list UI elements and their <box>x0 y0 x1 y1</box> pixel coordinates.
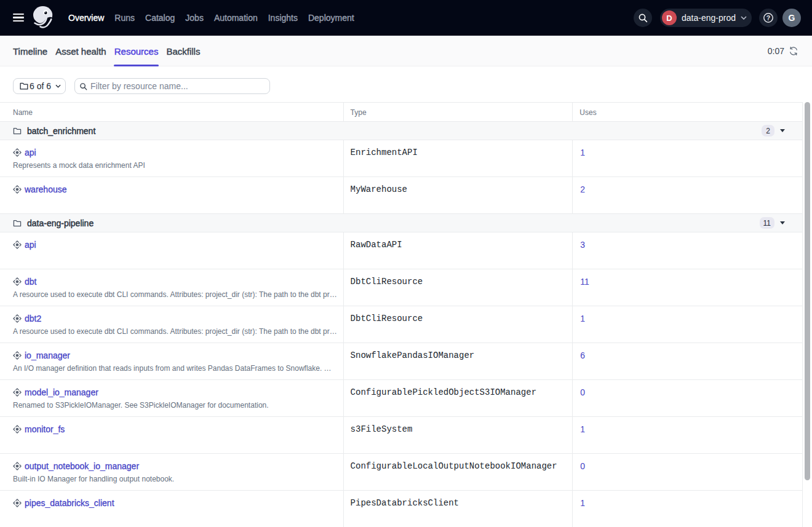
svg-text:?: ? <box>766 14 770 22</box>
